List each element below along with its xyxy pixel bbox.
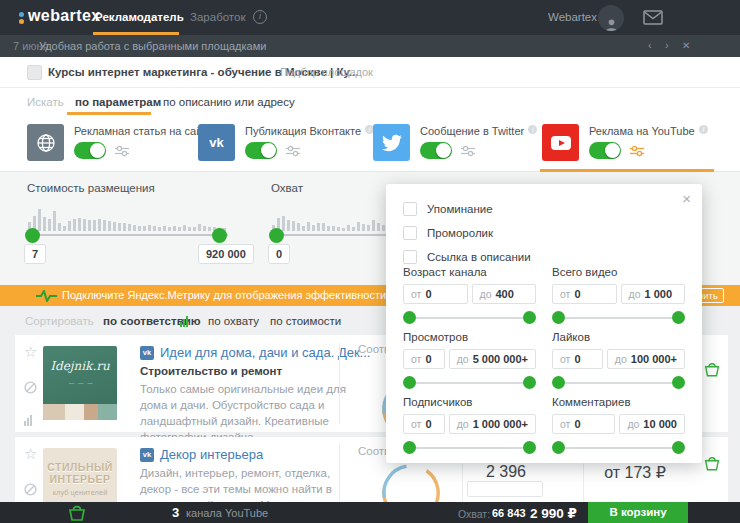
sort-by-reach[interactable]: по охвату <box>208 315 259 327</box>
range-from-input[interactable]: от0 <box>403 414 445 434</box>
news-next-icon[interactable]: › <box>665 39 669 51</box>
range-from-input[interactable]: от0 <box>552 414 615 434</box>
slider-handle-max[interactable] <box>523 441 536 454</box>
slider-handle-min[interactable] <box>403 376 416 389</box>
tab-by-description[interactable]: по описанию или адресу <box>163 96 295 108</box>
tune-filters-icon-active[interactable] <box>630 145 644 157</box>
cost-min-value[interactable]: 7 <box>24 244 46 264</box>
cost-histogram <box>28 205 228 231</box>
thumbnail-text2: ИНТЕРЬЕР <box>43 473 117 485</box>
favorite-star-icon[interactable]: ☆ <box>24 343 37 361</box>
range-slider[interactable] <box>403 376 536 390</box>
checkbox-mention[interactable]: Упоминание <box>403 202 493 216</box>
user-avatar[interactable] <box>598 5 624 31</box>
range-subscribers: Подписчиков от0 до1 000 000+ <box>403 396 536 455</box>
logo[interactable]: webartex <box>28 7 101 25</box>
result-title-link[interactable]: Декор интерьера <box>160 447 263 462</box>
cost-max-value[interactable]: 920 000 <box>198 244 254 264</box>
cost-slider-handle-max[interactable] <box>212 228 227 243</box>
reach-slider-handle-min[interactable] <box>269 228 284 243</box>
active-nav-underline <box>93 32 179 35</box>
range-label: Всего видео <box>552 266 685 278</box>
slider-handle-min[interactable] <box>552 311 565 324</box>
info-icon[interactable]: i <box>699 125 708 134</box>
block-icon[interactable] <box>24 381 37 394</box>
thumbnail-subtext: ~ ~ ~ <box>43 379 117 388</box>
slider-handle-max[interactable] <box>672 441 685 454</box>
range-slider[interactable] <box>403 441 536 455</box>
platform-vk-toggle[interactable] <box>245 142 277 159</box>
news-prev-icon[interactable]: ‹ <box>648 39 652 51</box>
info-icon[interactable]: i <box>528 125 537 134</box>
add-to-cart-icon[interactable] <box>703 455 721 472</box>
range-slider[interactable] <box>552 441 685 455</box>
range-to-input[interactable]: до1 000 <box>621 284 686 304</box>
range-to-input[interactable]: до400 <box>472 284 537 304</box>
checkbox-box[interactable] <box>403 250 417 264</box>
platform-twitter-toggle[interactable] <box>420 142 452 159</box>
tune-filters-icon[interactable] <box>461 145 475 157</box>
sort-by-cost[interactable]: по стоимости <box>270 315 341 327</box>
range-from-input[interactable]: от0 <box>552 349 603 369</box>
range-to-input[interactable]: до1 000 000+ <box>449 414 536 434</box>
youtube-icon <box>542 124 579 161</box>
mail-icon[interactable] <box>643 10 663 25</box>
nav-tab-advertiser[interactable]: Рекламодатель <box>95 11 184 23</box>
add-to-cart-icon[interactable] <box>703 361 721 378</box>
popup-close-icon[interactable]: × <box>682 190 691 207</box>
tune-filters-icon[interactable] <box>286 145 300 157</box>
news-ticker-bar: 7 июня Удобная работа с выбранными площа… <box>0 35 740 57</box>
slider-handle-max[interactable] <box>523 376 536 389</box>
campaign-action-link[interactable]: Подбор площадок <box>280 66 373 78</box>
twitter-icon <box>373 124 410 161</box>
slider-handle-max[interactable] <box>523 311 536 324</box>
platform-site-toggle[interactable] <box>74 142 106 159</box>
help-info-icon[interactable]: i <box>253 10 267 24</box>
range-slider[interactable] <box>552 376 685 390</box>
reach-input-box[interactable] <box>467 481 543 497</box>
range-to-input[interactable]: до10 000 <box>619 414 685 434</box>
slider-handle-min[interactable] <box>552 376 565 389</box>
cost-slider-track[interactable] <box>28 234 228 236</box>
block-icon[interactable] <box>24 483 37 496</box>
sorting-label: Сортировать <box>25 315 94 327</box>
checkbox-box[interactable] <box>403 202 417 216</box>
globe-icon <box>27 124 64 161</box>
add-to-cart-button[interactable]: В корзину <box>588 502 688 523</box>
logo-dot-orange <box>19 19 24 24</box>
news-close-icon[interactable]: ✕ <box>682 40 690 51</box>
column-divider <box>339 343 340 424</box>
campaign-checkbox[interactable] <box>27 65 42 80</box>
reach-min-value[interactable]: 0 <box>268 244 290 264</box>
platform-youtube-toggle[interactable] <box>589 142 621 159</box>
cost-slider-handle-min[interactable] <box>25 228 40 243</box>
range-slider[interactable] <box>403 311 536 325</box>
range-label: Возраст канала <box>403 266 536 278</box>
result-thumbnail[interactable]: Idejnik.ru ~ ~ ~ <box>43 346 117 420</box>
checkbox-description-link[interactable]: Ссылка в описании <box>403 250 531 264</box>
range-from-input[interactable]: от0 <box>552 284 617 304</box>
campaign-row: Курсы интернет маркетинга - обучение в М… <box>0 57 740 88</box>
thumbnail-text: Idejnik.ru <box>43 359 117 373</box>
checkbox-box[interactable] <box>403 226 417 240</box>
slider-handle-min[interactable] <box>403 311 416 324</box>
range-to-input[interactable]: до5 000 000+ <box>449 349 536 369</box>
news-message[interactable]: Удобная работа с выбранными площадками <box>39 40 266 52</box>
range-to-input[interactable]: до100 000+ <box>607 349 685 369</box>
range-from-input[interactable]: от0 <box>403 349 445 369</box>
nav-tab-earnings[interactable]: Заработок <box>190 11 245 23</box>
tune-filters-icon[interactable] <box>115 145 129 157</box>
favorite-star-icon[interactable]: ☆ <box>24 445 37 463</box>
account-name[interactable]: Webartex <box>548 11 597 23</box>
slider-handle-max[interactable] <box>672 311 685 324</box>
stats-icon[interactable] <box>24 415 32 426</box>
range-label: Комментариев <box>552 396 685 408</box>
checkbox-promo-video[interactable]: Проморолик <box>403 226 493 240</box>
range-slider[interactable] <box>552 311 685 325</box>
slider-handle-min[interactable] <box>403 441 416 454</box>
slider-handle-min[interactable] <box>552 441 565 454</box>
range-label: Подписчиков <box>403 396 536 408</box>
slider-handle-max[interactable] <box>672 376 685 389</box>
range-from-input[interactable]: от0 <box>403 284 468 304</box>
tab-by-parameters[interactable]: по параметрам <box>75 96 161 108</box>
